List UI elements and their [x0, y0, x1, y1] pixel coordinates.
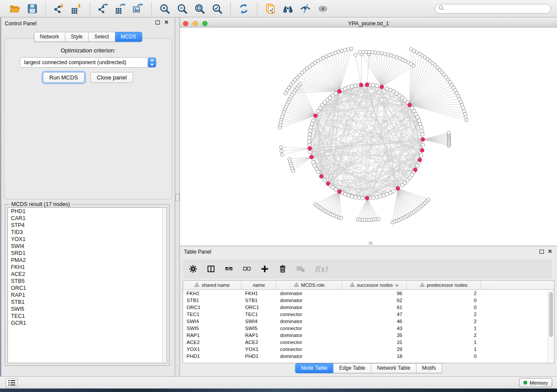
table-row[interactable]: PHD1PHD1dominator180 [183, 353, 554, 360]
table-cell[interactable]: 0 [407, 304, 481, 311]
export-network-icon[interactable] [96, 2, 110, 16]
table-row[interactable]: FKH1FKH1dominator962 [183, 290, 554, 297]
table-row[interactable]: YOX1YOX1connector291 [183, 346, 554, 353]
table-cell[interactable]: dominator [277, 297, 343, 304]
table-cell[interactable]: SWI5 [242, 325, 277, 332]
open-session-icon[interactable] [8, 2, 22, 16]
canvas-scroll-thumb[interactable] [369, 241, 373, 245]
table-cell[interactable]: 43 [343, 325, 407, 332]
table-cell[interactable]: 61 [343, 304, 407, 311]
panel-menu-button[interactable] [6, 378, 17, 387]
table-cell[interactable]: ORC1 [242, 304, 277, 311]
table-cell[interactable]: YOX1 [183, 346, 242, 353]
table-row[interactable]: RAP1RAP1dominator352 [183, 332, 554, 339]
table-row[interactable]: ACE2ACE2connector311 [183, 339, 554, 346]
search-box[interactable] [435, 4, 551, 14]
show-columns-icon[interactable] [206, 264, 216, 274]
table-cell[interactable]: PHD1 [242, 353, 277, 360]
table-cell[interactable]: dominator [277, 318, 343, 325]
apply-preferred-layout-icon[interactable] [237, 2, 251, 16]
table-cell[interactable]: 1 [407, 346, 481, 353]
tab-node-table[interactable]: Node Table [295, 363, 334, 373]
table-cell[interactable]: FKH1 [242, 290, 277, 297]
table-scrollbar-thumb[interactable] [549, 292, 553, 337]
table-cell[interactable]: 2 [407, 311, 481, 318]
vertical-splitter[interactable] [175, 17, 180, 376]
table-scrollbar[interactable] [548, 290, 554, 362]
column-header-shared-name[interactable]: shared name [183, 281, 242, 289]
hide-graphics-details-icon[interactable] [298, 2, 312, 16]
table-cell[interactable]: connector [277, 325, 343, 332]
close-panel-icon[interactable]: ✕ [548, 248, 552, 254]
table-cell[interactable]: TEC1 [242, 311, 277, 318]
import-table-icon[interactable] [69, 2, 83, 16]
run-mcds-button[interactable]: Run MCDS [43, 72, 85, 83]
select-all-icon[interactable] [224, 264, 234, 274]
mcds-result-item[interactable]: SRD1 [8, 250, 166, 257]
mcds-result-item[interactable]: PHD1 [8, 208, 166, 215]
table-cell[interactable]: 46 [343, 318, 407, 325]
table-cell[interactable]: 0 [407, 353, 481, 360]
tab-style[interactable]: Style [65, 32, 89, 42]
add-row-icon[interactable] [260, 264, 270, 274]
table-cell[interactable]: 2 [407, 290, 481, 297]
export-image-icon[interactable] [131, 2, 145, 16]
table-cell[interactable]: RAP1 [183, 332, 242, 339]
table-cell[interactable]: dominator [277, 353, 343, 360]
deselect-all-icon[interactable] [242, 264, 252, 274]
table-cell[interactable]: ACE2 [183, 339, 242, 346]
table-cell[interactable]: 29 [343, 346, 407, 353]
float-window-icon[interactable] [156, 21, 160, 24]
table-cell[interactable]: RAP1 [242, 332, 277, 339]
table-cell[interactable]: dominator [277, 290, 343, 297]
close-panel-icon[interactable]: ✕ [164, 19, 169, 25]
column-header-name[interactable]: name [242, 281, 277, 289]
table-cell[interactable]: dominator [277, 304, 343, 311]
mcds-result-item[interactable]: TEC1 [8, 313, 166, 320]
float-window-icon[interactable] [540, 250, 544, 254]
mcds-result-item[interactable]: TID3 [8, 229, 166, 236]
table-cell[interactable]: FKH1 [183, 290, 242, 297]
mcds-result-item[interactable]: YOX1 [8, 236, 166, 243]
mcds-result-item[interactable]: CAR1 [8, 215, 166, 222]
table-cell[interactable]: 2 [407, 318, 481, 325]
tab-network-table[interactable]: Network Table [371, 363, 416, 373]
table-cell[interactable]: 31 [343, 339, 407, 346]
table-cell[interactable]: 1 [407, 325, 481, 332]
table-cell[interactable]: SWI4 [183, 318, 242, 325]
table-row[interactable]: SWI4SWI4dominator462 [183, 318, 554, 325]
table-cell[interactable]: dominator [277, 332, 343, 339]
table-cell[interactable]: STB1 [183, 297, 242, 304]
memory-button[interactable]: Memory [519, 378, 552, 387]
close-panel-button[interactable]: Close panel [90, 72, 134, 83]
zoom-in-icon[interactable] [158, 2, 172, 16]
tab-motifs[interactable]: Motifs [416, 363, 442, 373]
table-cell[interactable]: 0 [407, 297, 481, 304]
table-cell[interactable]: 18 [343, 353, 407, 360]
table-cell[interactable]: 35 [343, 332, 407, 339]
mcds-result-item[interactable]: STP4 [8, 222, 166, 229]
tab-select[interactable]: Select [89, 32, 115, 42]
network-canvas[interactable] [180, 28, 557, 246]
column-header-predecessor-nodes[interactable]: predecessor nodes [407, 281, 481, 289]
mcds-result-item[interactable]: PMA2 [8, 257, 166, 264]
table-cell[interactable]: 47 [343, 311, 407, 318]
settings-icon[interactable] [188, 264, 198, 274]
table-row[interactable]: TEC1TEC1connector472 [183, 311, 554, 318]
table-cell[interactable]: 1 [407, 339, 481, 346]
table-cell[interactable]: 96 [343, 290, 407, 297]
mcds-result-item[interactable]: FKH1 [8, 264, 166, 271]
mcds-result-item[interactable]: RAP1 [8, 292, 166, 299]
mcds-result-item[interactable]: SWI5 [8, 306, 166, 313]
table-cell[interactable]: 62 [343, 297, 407, 304]
network-graph[interactable] [180, 28, 557, 246]
table-cell[interactable]: SWI4 [242, 318, 277, 325]
column-header-MCDS-role[interactable]: MCDS role [277, 281, 343, 289]
table-cell[interactable]: STB1 [242, 297, 277, 304]
table-row[interactable]: ORC1ORC1dominator610 [183, 304, 554, 311]
search-input[interactable] [444, 5, 547, 12]
table-cell[interactable]: 2 [407, 332, 481, 339]
table-cell[interactable]: ACE2 [242, 339, 277, 346]
mcds-result-list[interactable]: PHD1CAR1STP4TID3YOX1SWI4SRD1PMA2FKH1ACE2… [7, 207, 167, 363]
table-cell[interactable]: YOX1 [242, 346, 277, 353]
